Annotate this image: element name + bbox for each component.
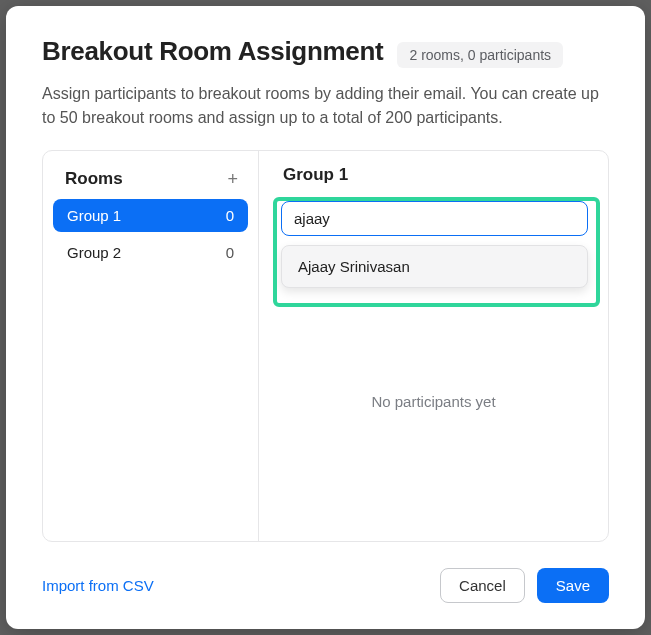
no-participants-text: No participants yet xyxy=(259,393,608,410)
room-count: 0 xyxy=(226,244,234,261)
search-wrap: Ajaay Srinivasan xyxy=(281,201,588,236)
summary-badge: 2 rooms, 0 participants xyxy=(397,42,563,68)
rooms-panel: Rooms + Group 1 0 Group 2 0 xyxy=(43,151,259,541)
save-button[interactable]: Save xyxy=(537,568,609,603)
import-csv-link[interactable]: Import from CSV xyxy=(42,577,154,594)
rooms-header: Rooms + xyxy=(53,165,248,199)
modal-footer: Import from CSV Cancel Save xyxy=(6,558,645,629)
current-room-title: Group 1 xyxy=(283,165,588,185)
heading-row: Breakout Room Assignment 2 rooms, 0 part… xyxy=(42,36,609,68)
suggestion-item[interactable]: Ajaay Srinivasan xyxy=(282,246,587,287)
add-room-icon[interactable]: + xyxy=(227,170,238,188)
modal-title: Breakout Room Assignment xyxy=(42,36,383,67)
room-count: 0 xyxy=(226,207,234,224)
room-name: Group 1 xyxy=(67,207,121,224)
footer-actions: Cancel Save xyxy=(440,568,609,603)
room-name: Group 2 xyxy=(67,244,121,261)
participant-search-input[interactable] xyxy=(281,201,588,236)
modal-content: Breakout Room Assignment 2 rooms, 0 part… xyxy=(6,6,645,558)
panels: Rooms + Group 1 0 Group 2 0 Group 1 xyxy=(42,150,609,542)
cancel-button[interactable]: Cancel xyxy=(440,568,525,603)
room-item-group-2[interactable]: Group 2 0 xyxy=(53,236,248,269)
breakout-assignment-modal: Breakout Room Assignment 2 rooms, 0 part… xyxy=(6,6,645,629)
room-item-group-1[interactable]: Group 1 0 xyxy=(53,199,248,232)
participants-panel: Group 1 Ajaay Srinivasan No participants… xyxy=(259,151,608,541)
suggestion-dropdown: Ajaay Srinivasan xyxy=(281,245,588,288)
rooms-label: Rooms xyxy=(65,169,123,189)
modal-description: Assign participants to breakout rooms by… xyxy=(42,82,609,130)
